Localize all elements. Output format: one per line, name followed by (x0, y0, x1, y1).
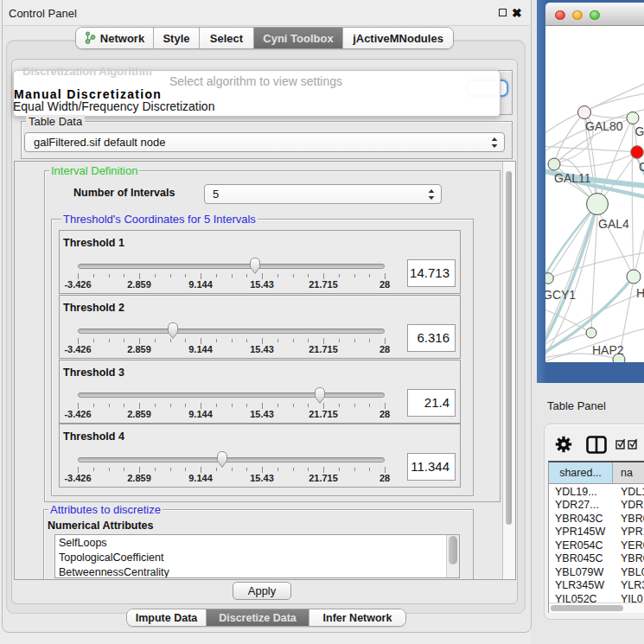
svg-text:CY: CY (639, 160, 644, 174)
svg-text:GA: GA (635, 124, 644, 138)
svg-text:GAL11: GAL11 (554, 171, 591, 185)
svg-text:HI: HI (636, 286, 644, 300)
svg-text:GAL80: GAL80 (585, 119, 623, 133)
svg-text:HAP2: HAP2 (592, 343, 624, 357)
svg-text:GAL4: GAL4 (598, 217, 629, 231)
svg-text:GCY1: GCY1 (545, 288, 576, 302)
